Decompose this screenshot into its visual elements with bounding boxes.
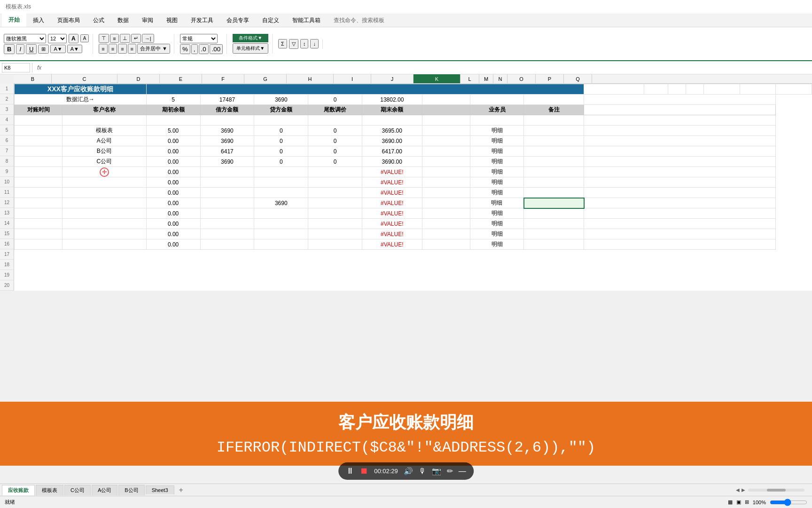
- r4-k[interactable]: [524, 115, 584, 126]
- r7-blank[interactable]: [422, 146, 470, 157]
- r5-weishu[interactable]: 0: [308, 126, 362, 136]
- sheet-tab-bgongsi[interactable]: B公司: [118, 485, 144, 495]
- tab-gongshi[interactable]: 公式: [86, 14, 111, 27]
- grid-area[interactable]: XXX客户应收账款明细 数据汇总→ 5 17487 3690 0 13802.0…: [14, 84, 812, 291]
- cell-style-btn[interactable]: 单元格样式▼: [233, 43, 268, 54]
- r8-weishu[interactable]: 0: [308, 157, 362, 167]
- number-format-select[interactable]: 常规: [180, 34, 218, 43]
- percent-btn[interactable]: %: [180, 44, 190, 54]
- sheet-tab-sheet3[interactable]: Sheet3: [146, 485, 174, 494]
- r6-weishu[interactable]: 0: [308, 136, 362, 146]
- pen-icon[interactable]: ✏: [447, 467, 453, 476]
- r4-j[interactable]: [470, 115, 524, 126]
- align-center-btn[interactable]: ≡: [109, 44, 117, 54]
- r9-weishu[interactable]: [308, 167, 362, 177]
- sheet-tab-moban[interactable]: 模板表: [36, 485, 63, 495]
- tab-yemian[interactable]: 页面布局: [51, 14, 86, 27]
- tab-shenyue[interactable]: 审阅: [135, 14, 160, 27]
- r4-d[interactable]: [146, 115, 200, 126]
- r8-jie[interactable]: 3690: [200, 157, 254, 167]
- sum-btn[interactable]: Σ: [278, 39, 287, 48]
- filter-btn[interactable]: ▽: [289, 39, 298, 49]
- r9-qichu[interactable]: 0.00: [146, 167, 200, 177]
- horizontal-scrollbar[interactable]: [748, 489, 804, 492]
- r8-time[interactable]: [15, 157, 62, 167]
- tab-kaifa[interactable]: 开发工具: [184, 14, 220, 27]
- increase-decimal-btn[interactable]: .0: [199, 44, 209, 54]
- r7-yewu[interactable]: 明细: [470, 146, 524, 157]
- tab-shuju[interactable]: 数据: [111, 14, 135, 27]
- tab-shitu[interactable]: 视图: [160, 14, 184, 27]
- r8-blank[interactable]: [422, 157, 470, 167]
- r8-dai[interactable]: 0: [254, 157, 308, 167]
- sheet-tab-cgongsi[interactable]: C公司: [64, 485, 91, 495]
- r8-beizhu[interactable]: [524, 157, 584, 167]
- r5-time[interactable]: [15, 126, 62, 136]
- r7-time[interactable]: [15, 146, 62, 157]
- r5-jie[interactable]: 3690: [200, 126, 254, 136]
- r5-beizhu[interactable]: [524, 126, 584, 136]
- r5-dai[interactable]: 0: [254, 126, 308, 136]
- tab-zhineng[interactable]: 智能工具箱: [286, 14, 327, 27]
- align-bot-btn[interactable]: ⊥: [120, 34, 130, 43]
- sort-btn[interactable]: ↕: [300, 39, 309, 48]
- bold-btn[interactable]: B: [4, 44, 15, 54]
- tab-search[interactable]: 查找命令、搜索模板: [327, 14, 391, 27]
- r4-i[interactable]: [422, 115, 470, 126]
- r6-time[interactable]: [15, 136, 62, 146]
- r5-yewu[interactable]: 明细: [470, 126, 524, 136]
- r8-qichu[interactable]: 0.00: [146, 157, 200, 167]
- r6-yewu[interactable]: 明细: [470, 136, 524, 146]
- font-size-select[interactable]: 12: [48, 34, 67, 43]
- scroll-right-btn[interactable]: ▶: [742, 487, 745, 492]
- r9-name[interactable]: ✛: [62, 167, 147, 177]
- r6-jie[interactable]: 3690: [200, 136, 254, 146]
- r8-qimo[interactable]: 3690.00: [362, 157, 422, 167]
- tab-zidingyi[interactable]: 自定义: [256, 14, 286, 27]
- r9-dai[interactable]: [254, 167, 308, 177]
- mic-icon[interactable]: 🎙: [419, 467, 426, 476]
- r9-qimo[interactable]: #VALUE!: [362, 167, 422, 177]
- r4-c[interactable]: [62, 115, 147, 126]
- r6-blank[interactable]: [422, 136, 470, 146]
- r4-f[interactable]: [254, 115, 308, 126]
- summary-f[interactable]: 3690: [254, 95, 308, 105]
- summary-d[interactable]: 5: [146, 95, 200, 105]
- zoom-slider[interactable]: [770, 499, 807, 506]
- r8-yewu[interactable]: 明细: [470, 157, 524, 167]
- tab-kaishi[interactable]: 开始: [2, 14, 26, 27]
- r9-jie[interactable]: [200, 167, 254, 177]
- scroll-left-btn[interactable]: ◀: [736, 487, 740, 492]
- r9-beizhu[interactable]: [524, 167, 584, 177]
- r7-name[interactable]: B公司: [62, 146, 147, 157]
- merge-btn[interactable]: 合并居中 ▼: [137, 44, 170, 54]
- r9-blank[interactable]: [422, 167, 470, 177]
- view-preview-icon[interactable]: ⊞: [745, 499, 749, 505]
- font-color-btn[interactable]: A▼: [67, 45, 82, 53]
- font-family-select[interactable]: 微软雅黑: [4, 34, 46, 43]
- sheet-tab-agongsi[interactable]: A公司: [92, 485, 117, 495]
- r7-qimo[interactable]: 6417.00: [362, 146, 422, 157]
- pause-btn[interactable]: ⏸: [346, 466, 354, 476]
- border-btn[interactable]: ⊞: [38, 45, 49, 54]
- italic-btn[interactable]: I: [16, 44, 24, 54]
- r9-yewu[interactable]: 明细: [470, 167, 524, 177]
- r5-qichu[interactable]: 5.00: [146, 126, 200, 136]
- wrap-btn[interactable]: ↵: [131, 34, 141, 43]
- summary-h[interactable]: 13802.00: [362, 95, 422, 105]
- r7-dai[interactable]: 0: [254, 146, 308, 157]
- r6-beizhu[interactable]: [524, 136, 584, 146]
- tab-charu[interactable]: 插入: [26, 14, 51, 27]
- formula-input[interactable]: [44, 64, 810, 71]
- r6-dai[interactable]: 0: [254, 136, 308, 146]
- indent-btn[interactable]: →|: [142, 34, 154, 43]
- title-cell-merged[interactable]: XXX客户应收账款明细: [15, 84, 147, 95]
- r5-blank[interactable]: [422, 126, 470, 136]
- fill-btn[interactable]: ↓: [310, 39, 319, 48]
- summary-g[interactable]: 0: [308, 95, 362, 105]
- r7-qichu[interactable]: 0.00: [146, 146, 200, 157]
- r7-jie[interactable]: 6417: [200, 146, 254, 157]
- summary-e[interactable]: 17487: [200, 95, 254, 105]
- conditional-format-btn[interactable]: 条件格式▼: [233, 34, 268, 42]
- r7-beizhu[interactable]: [524, 146, 584, 157]
